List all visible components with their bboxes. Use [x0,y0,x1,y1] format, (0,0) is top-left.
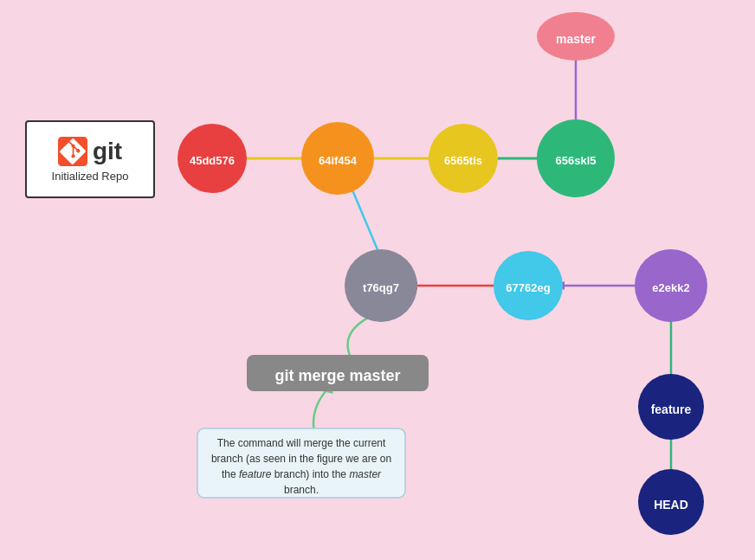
git-label: git [93,138,122,165]
git-subtitle: Initialized Repo [52,170,129,183]
svg-text:master: master [556,32,596,46]
svg-text:git merge master: git merge master [274,367,400,384]
svg-text:656skl5: 656skl5 [556,154,597,167]
svg-text:HEAD: HEAD [654,498,688,512]
svg-text:67762eg: 67762eg [506,281,550,294]
git-icon [58,137,87,166]
svg-text:45dd576: 45dd576 [190,154,235,167]
svg-text:feature: feature [651,402,692,416]
svg-text:e2ekk2: e2ekk2 [652,281,689,294]
svg-text:t76qg7: t76qg7 [363,281,399,294]
svg-text:6565tis: 6565tis [444,154,482,167]
git-logo-box: git Initialized Repo [25,120,155,198]
svg-text:64if454: 64if454 [319,154,358,167]
